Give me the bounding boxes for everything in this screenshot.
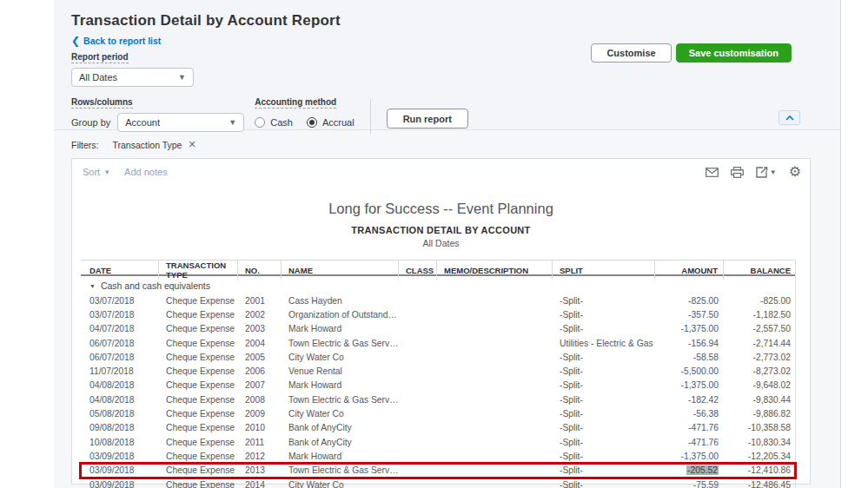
group-by-select[interactable]: Account ▼ (117, 113, 244, 132)
cell-split: -Split- (553, 423, 655, 432)
table-row[interactable]: 06/07/2018Cheque Expense2005City Water C… (81, 350, 795, 364)
printer-icon[interactable] (731, 167, 744, 178)
cell-split: -Split- (553, 465, 655, 475)
cell-date: 04/08/2018 (81, 380, 159, 390)
column-header-no[interactable]: NO. (238, 260, 282, 280)
cell-transaction-type: Cheque Expense (159, 452, 238, 461)
cell-name: Organization of Outstanding... (282, 310, 399, 320)
table-row[interactable]: 03/07/2018Cheque Expense2002Organization… (81, 307, 795, 321)
cell-date: 04/07/2018 (81, 324, 159, 333)
chevron-up-icon (785, 115, 794, 121)
cell-amount: -471.76 (655, 438, 724, 447)
report-title: TRANSACTION DETAIL BY ACCOUNT (72, 225, 810, 235)
table-row[interactable]: 04/08/2018Cheque Expense2007Mark Howard-… (81, 379, 795, 392)
selected-amount-value: -205.52 (686, 465, 719, 475)
table-header-row: DATE TRANSACTION TYPE NO. NAME CLASS MEM… (81, 260, 795, 276)
cell-transaction-type: Cheque Expense (159, 296, 238, 306)
column-header-split[interactable]: SPLIT (553, 260, 655, 280)
accrual-radio[interactable]: Accrual (307, 117, 354, 128)
chevron-down-icon: ▼ (770, 168, 777, 176)
email-icon[interactable] (706, 168, 719, 177)
cell-transaction-type: Cheque Expense (159, 465, 238, 475)
radio-unchecked-icon (255, 117, 265, 128)
filters-row: Filters: Transaction Type ✕ (54, 130, 840, 158)
cell-name: Mark Howard (282, 324, 399, 333)
cell-amount: -5,500.00 (655, 366, 724, 376)
cell-transaction-type: Cheque Expense (159, 423, 238, 432)
cell-split: -Split- (553, 409, 655, 419)
cell-amount: -56.38 (655, 409, 724, 419)
cell-split: -Split- (553, 480, 655, 488)
table-row[interactable]: 04/07/2018Cheque Expense2003Mark Howard-… (81, 322, 795, 336)
accounting-method-column: Accounting method Cash Accrual (255, 97, 354, 134)
table-row[interactable]: 03/09/2018Cheque Expense2014City Water C… (81, 478, 795, 488)
table-row[interactable]: 04/08/2018Cheque Expense2008Town Electri… (81, 392, 795, 406)
cell-date: 11/07/2018 (81, 366, 159, 376)
run-report-button[interactable]: Run report (387, 109, 468, 129)
add-notes-link[interactable]: Add notes (124, 167, 168, 177)
cell-balance: -1,182.50 (724, 310, 796, 320)
report-period-select[interactable]: All Dates ▼ (71, 68, 194, 87)
cell-amount: -205.52 (655, 465, 724, 475)
report-period-label: Report period (71, 52, 129, 63)
cell-balance: -12,410.86 (724, 465, 796, 475)
table-row[interactable]: 03/09/2018Cheque Expense2012Mark Howard-… (81, 449, 795, 463)
cell-name: Town Electric & Gas Service (282, 339, 399, 348)
table-row[interactable]: 03/07/2018Cheque Expense2001Cass Hayden-… (81, 293, 795, 307)
table-row[interactable]: 06/07/2018Cheque Expense2004Town Electri… (81, 336, 795, 350)
column-header-amount[interactable]: AMOUNT (655, 260, 724, 280)
report-period: All Dates (72, 238, 810, 248)
cell-balance: -12,486.45 (724, 480, 796, 488)
chevron-down-icon: ▼ (103, 168, 110, 176)
back-to-report-list-link[interactable]: ❮ Back to report list (71, 36, 161, 46)
close-icon[interactable]: ✕ (188, 139, 195, 150)
cell-transaction-type: Cheque Expense (159, 395, 238, 405)
cell-transaction-type: Cheque Expense (159, 380, 238, 390)
cell-no: 2012 (238, 452, 282, 461)
cell-transaction-type: Cheque Expense (159, 353, 238, 362)
collapse-panel-button[interactable] (779, 110, 800, 125)
sort-menu[interactable]: Sort ▼ (83, 167, 110, 177)
cell-date: 03/07/2018 (81, 296, 159, 306)
filter-chip-transaction-type[interactable]: Transaction Type ✕ (113, 139, 196, 150)
cell-date: 10/08/2018 (81, 438, 159, 447)
cell-no: 2013 (238, 465, 282, 475)
column-header-memo-description[interactable]: MEMO/DESCRIPTION (437, 260, 553, 280)
cell-amount: -357.50 (655, 310, 724, 320)
cell-split: -Split- (553, 366, 655, 376)
cell-no: 2005 (238, 353, 282, 362)
gear-icon[interactable]: ⚙ (789, 165, 801, 179)
table-row-highlighted[interactable]: 03/09/2018Cheque Expense2013Town Electri… (81, 464, 795, 478)
column-header-transaction-type[interactable]: TRANSACTION TYPE (159, 260, 238, 280)
cell-name: City Water Co (282, 480, 399, 488)
column-header-date[interactable]: DATE (81, 260, 159, 280)
cell-no: 2007 (238, 380, 282, 390)
report-header: Long for Success -- Event Planning TRANS… (72, 201, 810, 248)
chevron-down-icon: ▼ (229, 118, 236, 127)
customise-button[interactable]: Customise (591, 43, 671, 63)
cell-amount: -156.94 (655, 339, 724, 348)
save-customisation-button[interactable]: Save customisation (676, 43, 792, 63)
cell-split: -Split- (553, 395, 655, 405)
cell-no: 2001 (238, 296, 282, 306)
table-row[interactable]: 05/08/2018Cheque Expense2009City Water C… (81, 406, 795, 420)
table-row[interactable]: 11/07/2018Cheque Expense2006Venue Rental… (81, 364, 795, 378)
column-header-balance[interactable]: BALANCE (724, 260, 796, 280)
cell-name: Mark Howard (282, 380, 399, 390)
export-icon[interactable]: ▼ (756, 167, 777, 178)
column-header-class[interactable]: CLASS (399, 260, 437, 280)
accrual-radio-label: Accrual (322, 117, 354, 128)
column-header-name[interactable]: NAME (282, 260, 399, 280)
second-controls-row: Rows/columns Group by Account ▼ Accounti… (71, 97, 840, 134)
table-row[interactable]: 10/08/2018Cheque Expense2011Bank of AnyC… (81, 435, 795, 449)
cell-balance: -2,557.50 (724, 324, 796, 333)
cell-transaction-type: Cheque Expense (159, 339, 238, 348)
cell-split: -Split- (553, 296, 655, 306)
cell-split: -Split- (553, 324, 655, 333)
cell-amount: -825.00 (655, 296, 724, 306)
table-row[interactable]: 09/08/2018Cheque Expense2010Bank of AnyC… (81, 421, 795, 435)
cash-radio[interactable]: Cash (255, 117, 293, 128)
cell-name: City Water Co (282, 409, 399, 419)
table-body: 03/07/2018Cheque Expense2001Cass Hayden-… (81, 293, 795, 488)
accounting-method-label: Accounting method (255, 97, 336, 109)
